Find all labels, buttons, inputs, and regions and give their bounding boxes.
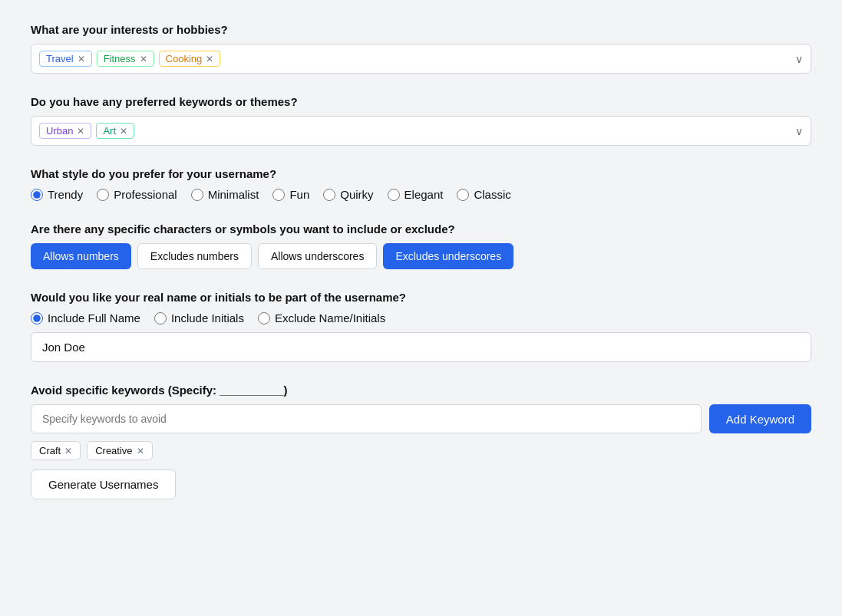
name-option-initials[interactable]: Include Initials: [154, 311, 244, 324]
generate-button[interactable]: Generate Usernames: [31, 469, 176, 499]
name-radio-full[interactable]: [31, 312, 43, 324]
name-option-full[interactable]: Include Full Name: [31, 311, 140, 324]
tag-art[interactable]: Art ✕: [96, 123, 134, 139]
tag-urban[interactable]: Urban ✕: [39, 123, 91, 139]
style-option-fun[interactable]: Fun: [272, 188, 309, 201]
name-option-exclude[interactable]: Exclude Name/Initials: [258, 311, 385, 324]
name-label-initials: Include Initials: [171, 311, 244, 324]
characters-section: Are there any specific characters or sym…: [31, 222, 811, 269]
style-radio-quirky[interactable]: [323, 189, 335, 201]
interests-question: What are your interests or hobbies?: [31, 23, 811, 36]
style-radio-professional[interactable]: [97, 189, 109, 201]
characters-question: Are there any specific characters or sym…: [31, 222, 811, 236]
keyword-tags: Craft ✕ Creative ✕: [31, 441, 811, 460]
tag-art-close[interactable]: ✕: [120, 126, 127, 137]
keywords-chevron: ∨: [795, 125, 803, 137]
style-option-professional[interactable]: Professional: [97, 188, 177, 201]
style-option-trendy[interactable]: Trendy: [31, 188, 83, 201]
add-keyword-button[interactable]: Add Keyword: [709, 404, 811, 433]
excludes-underscores-button[interactable]: Excludes underscores: [383, 243, 513, 269]
style-option-minimalist[interactable]: Minimalist: [191, 188, 259, 201]
keyword-tag-craft-close[interactable]: ✕: [64, 446, 72, 456]
name-label-full: Include Full Name: [48, 311, 140, 324]
style-label-professional: Professional: [114, 188, 177, 201]
style-section: What style do you prefer for your userna…: [31, 167, 811, 201]
avoid-row: Add Keyword: [31, 404, 811, 433]
tag-travel[interactable]: Travel ✕: [39, 51, 92, 67]
name-label-exclude: Exclude Name/Initials: [275, 311, 385, 324]
keyword-tag-creative-label: Creative: [95, 445, 132, 456]
avoid-section: Avoid specific keywords (Specify: ______…: [31, 384, 811, 499]
keyword-tag-creative-close[interactable]: ✕: [137, 446, 144, 456]
style-label-elegant: Elegant: [404, 188, 444, 201]
tag-cooking-label: Cooking: [166, 53, 203, 64]
tag-fitness-close[interactable]: ✕: [140, 54, 147, 64]
name-radio-exclude[interactable]: [258, 312, 270, 324]
name-section: Would you like your real name or initial…: [31, 291, 811, 362]
tag-fitness-label: Fitness: [104, 53, 136, 64]
tag-urban-close[interactable]: ✕: [77, 126, 84, 137]
tag-cooking[interactable]: Cooking ✕: [159, 51, 221, 67]
avoid-input[interactable]: [31, 404, 702, 433]
keywords-question: Do you have any preferred keywords or th…: [31, 95, 811, 108]
tag-fitness[interactable]: Fitness ✕: [97, 51, 154, 67]
tag-art-label: Art: [103, 125, 116, 137]
tag-travel-label: Travel: [46, 53, 74, 64]
tag-cooking-close[interactable]: ✕: [206, 54, 213, 64]
keywords-section: Do you have any preferred keywords or th…: [31, 95, 811, 146]
keyword-tag-craft[interactable]: Craft ✕: [31, 441, 81, 460]
name-question: Would you like your real name or initial…: [31, 291, 811, 304]
name-input[interactable]: [31, 332, 811, 362]
style-radio-elegant[interactable]: [388, 189, 400, 201]
name-radio-group: Include Full Name Include Initials Exclu…: [31, 311, 811, 324]
allows-underscores-button[interactable]: Allows underscores: [258, 243, 377, 269]
style-option-classic[interactable]: Classic: [457, 188, 510, 201]
tag-urban-label: Urban: [46, 125, 73, 137]
style-question: What style do you prefer for your userna…: [31, 167, 811, 180]
name-radio-initials[interactable]: [154, 312, 167, 324]
style-radio-trendy[interactable]: [31, 189, 43, 201]
style-label-classic: Classic: [474, 188, 510, 201]
style-radio-fun[interactable]: [272, 189, 285, 201]
allows-numbers-button[interactable]: Allows numbers: [31, 243, 131, 269]
style-label-minimalist: Minimalist: [208, 188, 259, 201]
interests-input[interactable]: Travel ✕ Fitness ✕ Cooking ✕ ∨: [31, 44, 811, 74]
style-option-elegant[interactable]: Elegant: [388, 188, 444, 201]
keyword-tag-creative[interactable]: Creative ✕: [87, 441, 152, 460]
excludes-numbers-button[interactable]: Excludes numbers: [137, 243, 252, 269]
keywords-input[interactable]: Urban ✕ Art ✕ ∨: [31, 116, 811, 146]
style-label-trendy: Trendy: [48, 188, 83, 201]
style-label-fun: Fun: [289, 188, 309, 201]
style-radio-classic[interactable]: [457, 189, 469, 201]
style-radio-group: Trendy Professional Minimalist Fun Quirk…: [31, 188, 811, 201]
avoid-question: Avoid specific keywords (Specify: ______…: [31, 384, 811, 397]
style-label-quirky: Quirky: [340, 188, 373, 201]
style-radio-minimalist[interactable]: [191, 189, 203, 201]
interests-chevron: ∨: [795, 53, 803, 65]
style-option-quirky[interactable]: Quirky: [323, 188, 373, 201]
interests-section: What are your interests or hobbies? Trav…: [31, 23, 811, 74]
character-buttons: Allows numbers Excludes numbers Allows u…: [31, 243, 811, 269]
keyword-tag-craft-label: Craft: [39, 445, 61, 456]
tag-travel-close[interactable]: ✕: [78, 54, 85, 64]
